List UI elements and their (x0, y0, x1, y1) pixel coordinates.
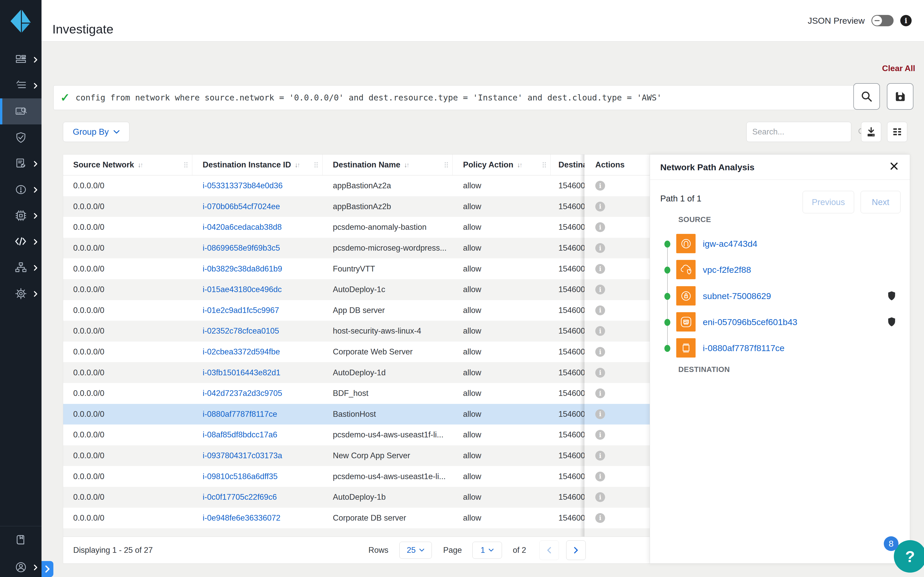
column-header-destination-name[interactable]: Destination Name ↓↑ (323, 155, 453, 175)
instance-id-link[interactable]: i-01e2c9ad1fc5c9967 (203, 306, 279, 315)
sidebar-item-settings[interactable] (0, 280, 42, 306)
sidebar-item-dashboard[interactable] (0, 47, 42, 73)
row-info-icon[interactable]: i (595, 451, 605, 461)
save-search-button[interactable] (887, 83, 913, 110)
row-info-icon[interactable]: i (595, 409, 605, 419)
instance-id-link[interactable]: i-042d7237a2d3c9705 (203, 389, 282, 398)
instance-id-link[interactable]: i-02cbea3372d594fbe (203, 347, 280, 356)
column-header-source-network[interactable]: Source Network ↓↑ (63, 155, 192, 175)
sort-icon[interactable]: ↓↑ (295, 161, 299, 169)
path-status-dot (664, 267, 670, 274)
drag-handle-icon[interactable] (445, 162, 448, 168)
cell-destination-name: AutoDeploy-1b (323, 487, 453, 508)
row-info-icon[interactable]: i (595, 181, 605, 191)
sidebar-item-docs[interactable] (0, 529, 42, 552)
drag-handle-icon[interactable] (315, 162, 318, 168)
row-info-icon[interactable]: i (595, 306, 605, 315)
security-group-shield-icon[interactable] (888, 317, 896, 328)
column-header-policy-action[interactable]: Policy Action ↓↑ (453, 155, 551, 175)
download-button[interactable] (861, 122, 881, 142)
instance-id-link[interactable]: i-0c0f17705c22f69c6 (203, 493, 277, 502)
previous-page-button[interactable] (540, 540, 559, 560)
row-info-icon[interactable]: i (595, 264, 605, 274)
node-link[interactable]: i-0880af7787f8117ce (703, 343, 785, 353)
json-preview-toggle[interactable] (871, 15, 893, 26)
security-group-shield-icon[interactable] (888, 291, 896, 301)
sidebar-item-profile[interactable] (0, 555, 42, 577)
drag-handle-icon[interactable] (184, 162, 187, 168)
previous-path-button[interactable]: Previous (803, 191, 854, 213)
instance-id-link[interactable]: i-0420a6cedacab38d8 (203, 222, 282, 232)
instance-id-link[interactable]: i-02352c78cfcea0105 (203, 326, 279, 336)
source-section-label: SOURCE (678, 215, 711, 224)
prisma-cloud-logo[interactable] (0, 6, 42, 37)
instance-id-link[interactable]: i-0937804317c03173a (203, 451, 282, 460)
row-info-icon[interactable]: i (595, 388, 605, 398)
instance-id-link[interactable]: i-0880af7787f8117ce (203, 409, 277, 419)
column-settings-button[interactable] (887, 122, 907, 142)
next-path-button[interactable]: Next (861, 191, 901, 213)
row-info-icon[interactable]: i (595, 202, 605, 211)
cell-destination-instance-id: i-0420a6cedacab38d8 (192, 217, 323, 238)
sidebar-item-compute[interactable] (0, 203, 42, 229)
column-header-destination-instance-id[interactable]: Destination Instance ID ↓↑ (192, 155, 323, 175)
instance-id-link[interactable]: i-070b06b54cf7024ee (203, 202, 280, 211)
notification-badge: 8 (884, 536, 898, 551)
page-select[interactable]: 1 (472, 542, 502, 559)
instance-id-link[interactable]: i-0e948fe6e36336072 (203, 513, 281, 523)
sidebar-item-investigate[interactable] (0, 98, 42, 124)
sidebar-item-inventory[interactable] (0, 73, 42, 98)
node-link[interactable]: eni-057096b5cef601b43 (703, 317, 797, 327)
rows-per-page-select[interactable]: 25 (399, 542, 432, 559)
row-info-icon[interactable]: i (595, 430, 605, 440)
sort-icon[interactable]: ↓↑ (138, 161, 142, 169)
path-status-dot (664, 345, 670, 352)
cell-destination-name: AutoDeploy-1c (323, 279, 453, 300)
sort-icon[interactable]: ↓↑ (517, 161, 522, 169)
row-info-icon[interactable]: i (595, 243, 605, 253)
row-info-icon[interactable]: i (595, 513, 605, 523)
info-icon[interactable]: i (900, 15, 912, 26)
cell-source-network: 0.0.0.0/0 (63, 487, 192, 508)
row-info-icon[interactable]: i (595, 492, 605, 502)
help-button[interactable]: ? (894, 540, 924, 573)
clear-all-link[interactable]: Clear All (882, 64, 915, 73)
group-by-button[interactable]: Group By (63, 122, 129, 142)
sidebar-item-alerts[interactable] (0, 176, 42, 203)
row-info-icon[interactable]: i (595, 285, 605, 295)
drag-handle-icon[interactable] (543, 162, 546, 168)
sidebar-item-policies[interactable] (0, 124, 42, 150)
node-link[interactable]: igw-ac4743d4 (703, 239, 758, 248)
instance-id-link[interactable]: i-03fb15016443e82d1 (203, 368, 281, 377)
cell-policy-action: allow (453, 466, 551, 487)
row-info-icon[interactable]: i (595, 222, 605, 232)
sort-icon[interactable]: ↓↑ (404, 161, 409, 169)
instance-id-link[interactable]: i-08af85df8bdcc17a6 (203, 430, 278, 440)
table-search-input[interactable] (746, 127, 858, 137)
sidebar-item-compliance[interactable] (0, 150, 42, 176)
cell-destination-truncated: 154600 (551, 217, 585, 238)
row-info-icon[interactable]: i (595, 347, 605, 357)
row-info-icon[interactable]: i (595, 326, 605, 336)
run-search-button[interactable] (853, 83, 880, 110)
path-status-dot (664, 240, 670, 248)
instance-id-link[interactable]: i-09810c5186a6dff35 (203, 472, 278, 481)
row-info-icon[interactable]: i (595, 368, 605, 378)
query-input-bar[interactable]: ✓ config from network where source.netwo… (53, 85, 855, 110)
sidebar-item-network[interactable] (0, 255, 42, 280)
alerts-icon (15, 184, 27, 195)
node-link[interactable]: vpc-f2fe2f88 (703, 264, 751, 275)
instance-id-link[interactable]: i-08699658e9f69b3c5 (203, 243, 280, 253)
instance-id-link[interactable]: i-015ae43180ce496dc (203, 285, 282, 294)
query-text[interactable]: config from network where source.network… (76, 93, 662, 103)
next-page-button[interactable] (566, 540, 586, 560)
row-info-icon[interactable]: i (595, 472, 605, 482)
node-link[interactable]: subnet-75008629 (703, 291, 771, 301)
sidebar-item-code-security[interactable] (0, 229, 42, 255)
close-panel-button[interactable] (890, 162, 898, 172)
sidebar-expand-button[interactable] (42, 561, 53, 577)
instance-id-link[interactable]: i-0b3829c38da8d61b9 (203, 264, 282, 274)
column-header-actions: Actions (585, 155, 650, 175)
column-header-destination-truncated[interactable]: Destina (551, 155, 585, 175)
instance-id-link[interactable]: i-053313373b84e0d36 (203, 181, 283, 190)
